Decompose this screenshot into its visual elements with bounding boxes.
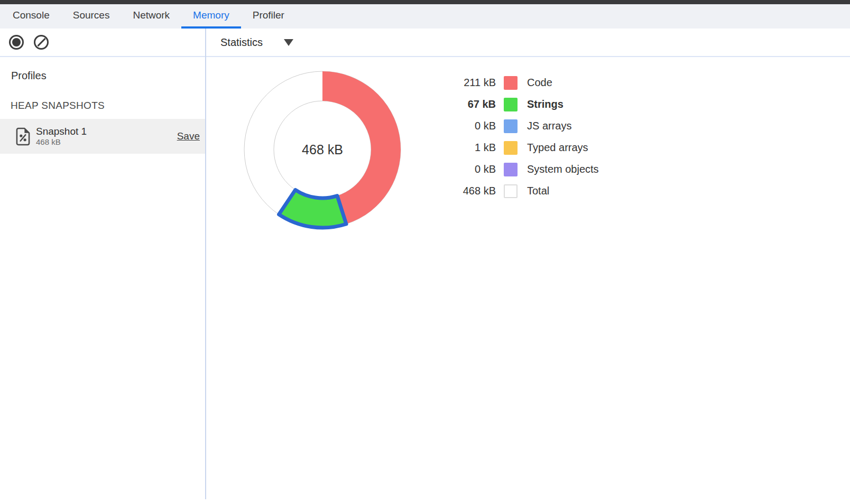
- legend-swatch-js-arrays: [504, 119, 518, 133]
- profiler-toolbar: Statistics: [0, 29, 850, 57]
- legend-value-js-arrays: 0 kB: [454, 120, 496, 132]
- clear-profiles-button[interactable]: [34, 35, 49, 50]
- legend-swatch-system-objects: [504, 163, 518, 176]
- tab-memory[interactable]: Memory: [181, 4, 241, 29]
- snapshot-text: Snapshot 1 468 kB: [36, 126, 177, 147]
- legend-swatch-strings: [504, 98, 518, 111]
- tab-console[interactable]: Console: [1, 4, 61, 29]
- legend-label-total: Total: [527, 185, 549, 197]
- heap-donut-chart: 468 kB: [238, 65, 407, 234]
- record-icon: [9, 35, 24, 50]
- snapshot-size: 468 kB: [36, 138, 177, 147]
- legend-label-typed-arrays: Typed arrays: [527, 142, 588, 154]
- legend-value-typed-arrays: 1 kB: [454, 142, 496, 154]
- statistics-panel: 468 kB 211 kBCode67 kBStrings0 kBJS arra…: [206, 57, 850, 504]
- save-snapshot-link[interactable]: Save: [177, 130, 200, 142]
- snapshot-item[interactable]: Snapshot 1 468 kB Save: [0, 119, 205, 154]
- statistics-dropdown-label: Statistics: [220, 36, 263, 49]
- legend-value-code: 211 kB: [454, 77, 496, 89]
- tab-sources[interactable]: Sources: [61, 4, 122, 29]
- top-chrome-bar: [0, 0, 850, 4]
- legend-label-strings: Strings: [527, 98, 563, 110]
- legend-row-system-objects[interactable]: 0 kBSystem objects: [454, 158, 599, 180]
- legend-row-js-arrays[interactable]: 0 kBJS arrays: [454, 115, 599, 137]
- heap-snapshot-file-icon: [16, 127, 30, 146]
- tab-network[interactable]: Network: [121, 4, 181, 29]
- profiles-title: Profiles: [11, 70, 47, 82]
- profiles-sidebar: Profiles HEAP SNAPSHOTS Snapshot 1 468 k…: [0, 57, 205, 504]
- legend-swatch-code: [504, 76, 518, 90]
- legend-label-system-objects: System objects: [527, 163, 599, 175]
- legend-row-code[interactable]: 211 kBCode: [454, 72, 599, 94]
- legend-label-code: Code: [527, 77, 552, 89]
- panel-tab-bar: ConsoleSourcesNetworkMemoryProfiler: [0, 4, 850, 29]
- toolbar-left-group: [9, 29, 49, 56]
- legend-swatch-typed-arrays: [504, 141, 518, 155]
- chevron-down-icon: [284, 39, 293, 46]
- tab-profiler[interactable]: Profiler: [241, 4, 296, 29]
- legend-swatch-total: [504, 184, 518, 198]
- heap-snapshots-header: HEAP SNAPSHOTS: [11, 100, 105, 111]
- donut-slice-strings[interactable]: [279, 190, 346, 228]
- legend-value-strings: 67 kB: [454, 98, 496, 110]
- legend-row-strings[interactable]: 67 kBStrings: [454, 94, 599, 115]
- donut-center-label: 468 kB: [302, 142, 343, 157]
- legend-row-typed-arrays[interactable]: 1 kBTyped arrays: [454, 137, 599, 158]
- snapshot-title: Snapshot 1: [36, 126, 177, 137]
- legend-label-js-arrays: JS arrays: [527, 120, 571, 132]
- legend-row-total[interactable]: 468 kBTotal: [454, 180, 599, 202]
- legend-value-system-objects: 0 kB: [454, 163, 496, 175]
- record-heap-snapshot-button[interactable]: [9, 35, 24, 50]
- heap-legend: 211 kBCode67 kBStrings0 kBJS arrays1 kBT…: [454, 72, 599, 202]
- clear-icon: [34, 35, 49, 50]
- legend-value-total: 468 kB: [454, 185, 496, 197]
- statistics-dropdown[interactable]: Statistics: [220, 29, 293, 56]
- devtools-window: ConsoleSourcesNetworkMemoryProfiler Stat…: [0, 0, 850, 504]
